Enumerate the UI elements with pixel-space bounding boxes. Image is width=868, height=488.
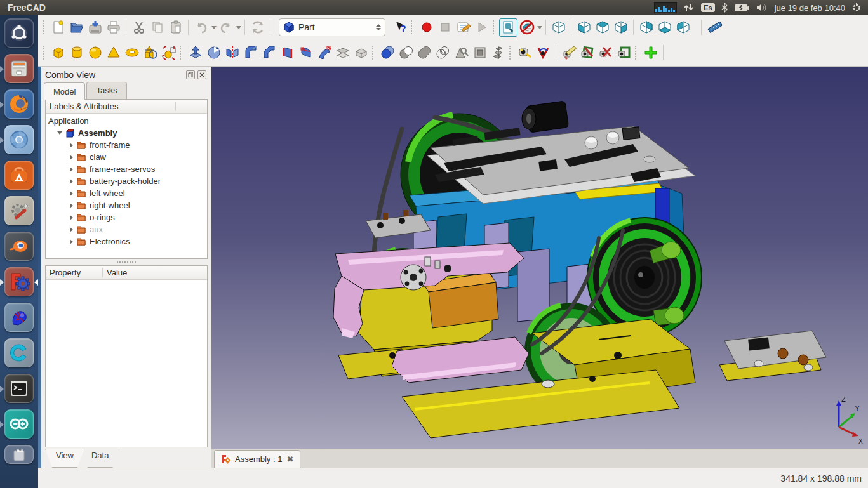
network-updown-icon[interactable] xyxy=(683,3,695,13)
view-front-button[interactable] xyxy=(575,18,593,37)
property-body[interactable] xyxy=(46,280,207,447)
expand-arrow-icon[interactable] xyxy=(57,131,62,135)
check-geometry-button[interactable] xyxy=(452,43,471,62)
ruled-surface-button[interactable] xyxy=(278,43,297,62)
toolbar-grip[interactable] xyxy=(43,20,47,34)
macro-stop-button[interactable] xyxy=(436,18,454,37)
expand-arrow-icon[interactable] xyxy=(70,227,73,232)
thickness-button[interactable] xyxy=(352,43,370,62)
measure-linear-button[interactable] xyxy=(559,43,578,62)
primitive-torus-button[interactable] xyxy=(123,43,141,62)
draw-style-dropdown[interactable] xyxy=(537,26,542,29)
launcher-terminal[interactable] xyxy=(4,374,34,403)
tree-item[interactable]: Electronics xyxy=(46,235,207,247)
create-primitives-button[interactable] xyxy=(141,43,159,62)
extrude-button[interactable] xyxy=(186,43,204,62)
launcher-dash-home[interactable] xyxy=(4,18,34,48)
expand-arrow-icon[interactable] xyxy=(70,143,73,148)
network-monitor-graph-icon[interactable] xyxy=(654,2,677,13)
bluetooth-icon[interactable] xyxy=(721,3,728,13)
boolean-cut-button[interactable] xyxy=(397,43,415,62)
save-document-button[interactable] xyxy=(86,18,104,37)
primitive-cylinder-button[interactable] xyxy=(67,43,86,62)
tree-item[interactable]: o-rings xyxy=(46,211,207,223)
chamfer-button[interactable] xyxy=(260,43,278,62)
print-button[interactable] xyxy=(104,18,123,37)
fillet-button[interactable] xyxy=(241,43,260,62)
undo-button[interactable] xyxy=(192,18,210,37)
refresh-button[interactable] xyxy=(248,18,267,37)
expand-arrow-icon[interactable] xyxy=(70,191,73,196)
panel-close-button[interactable] xyxy=(197,70,206,79)
expand-arrow-icon[interactable] xyxy=(70,215,73,220)
launcher-file-manager[interactable] xyxy=(4,54,34,83)
expand-arrow-icon[interactable] xyxy=(70,167,73,172)
add-new-button[interactable] xyxy=(641,43,660,62)
open-document-button[interactable] xyxy=(67,18,86,37)
document-tab-assembly[interactable]: Assembly : 1 ✖ xyxy=(214,450,300,468)
new-document-button[interactable] xyxy=(49,18,67,37)
paste-button[interactable] xyxy=(166,18,185,37)
boolean-intersection-button[interactable] xyxy=(434,43,452,62)
volume-icon[interactable] xyxy=(756,3,768,12)
box-selection-button[interactable] xyxy=(471,43,489,62)
tab-view[interactable]: View xyxy=(45,449,84,468)
sweep-button[interactable] xyxy=(315,43,333,62)
document-tab-close-icon[interactable]: ✖ xyxy=(286,454,293,464)
macro-edit-button[interactable] xyxy=(454,18,472,37)
session-gear-icon[interactable] xyxy=(851,3,862,13)
expand-arrow-icon[interactable] xyxy=(70,203,73,208)
toolbar-grip[interactable] xyxy=(43,46,47,60)
measure-refresh-button[interactable] xyxy=(596,43,615,62)
shape-builder-button[interactable] xyxy=(159,43,178,62)
primitive-box-button[interactable] xyxy=(49,43,67,62)
redo-dropdown[interactable] xyxy=(236,26,241,29)
toolbar-grip[interactable] xyxy=(372,46,377,60)
view-axonometric-button[interactable] xyxy=(549,18,568,37)
toolbar-grip[interactable] xyxy=(493,20,497,34)
primitive-cone-button[interactable] xyxy=(104,43,123,62)
primitive-sphere-button[interactable] xyxy=(86,43,104,62)
tree-item[interactable]: left-wheel xyxy=(46,187,207,199)
tree-item[interactable]: claw xyxy=(46,151,207,163)
tree-item[interactable]: front-frame xyxy=(46,139,207,151)
assembly-3d-model[interactable]: Z Y X xyxy=(211,67,868,449)
whats-this-button[interactable]: ? xyxy=(391,18,409,37)
measure-angular-button[interactable] xyxy=(578,43,596,62)
cross-sections-button[interactable] xyxy=(489,43,507,62)
measure-tape-linear-button[interactable] xyxy=(516,43,534,62)
tree-item[interactable]: frame-rear-servos xyxy=(46,163,207,175)
launcher-blender[interactable] xyxy=(4,232,34,261)
macro-record-button[interactable] xyxy=(417,18,436,37)
view-top-button[interactable] xyxy=(593,18,611,37)
clock[interactable]: jue 19 de feb 10:40 xyxy=(775,3,845,13)
measure-toggle-all-button[interactable] xyxy=(615,43,633,62)
toolbar-grip[interactable] xyxy=(635,46,639,60)
measure-ruler-button[interactable] xyxy=(705,18,723,37)
panel-splitter[interactable] xyxy=(41,259,211,265)
launcher-firefox[interactable] xyxy=(4,89,34,119)
tab-data[interactable]: Data xyxy=(81,449,119,468)
copy-button[interactable] xyxy=(148,18,166,37)
launcher-cura[interactable] xyxy=(4,338,34,367)
expand-arrow-icon[interactable] xyxy=(70,239,73,244)
launcher-system-settings[interactable] xyxy=(4,196,34,225)
launcher-software-center[interactable] xyxy=(4,161,34,190)
launcher-freecad[interactable] xyxy=(4,267,34,296)
tree-item[interactable]: battery-pack-holder xyxy=(46,175,207,187)
loft-button[interactable] xyxy=(297,43,315,62)
tree-root-application[interactable]: Application xyxy=(46,115,207,127)
workbench-selector-spinner[interactable] xyxy=(376,24,381,30)
expand-arrow-icon[interactable] xyxy=(70,179,73,184)
launcher-chromium[interactable] xyxy=(4,125,34,154)
launcher-meshlab[interactable] xyxy=(4,303,34,332)
toolbar-grip[interactable] xyxy=(411,20,415,34)
view-bottom-button[interactable] xyxy=(655,18,674,37)
electronics-pcb-right-3d[interactable] xyxy=(719,331,826,381)
view-right-button[interactable] xyxy=(611,18,630,37)
view-fit-all-button[interactable] xyxy=(499,18,517,37)
tree-item[interactable]: aux xyxy=(46,223,207,235)
tree-item-assembly[interactable]: Assembly xyxy=(46,127,207,139)
measure-tape-angular-button[interactable] xyxy=(534,43,552,62)
view-rear-button[interactable] xyxy=(637,18,655,37)
